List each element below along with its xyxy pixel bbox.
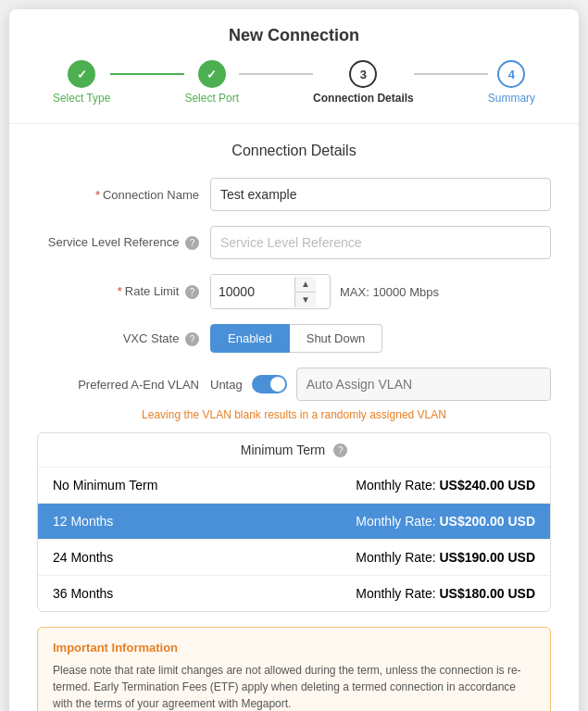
service-level-input[interactable]: [210, 226, 551, 259]
connection-name-row: *Connection Name: [37, 178, 551, 211]
minimum-term-section: Minimum Term ? No Minimum Term Monthly R…: [37, 432, 551, 612]
vlan-row: Preferred A-End VLAN Untag: [37, 368, 551, 401]
rate-cell: Monthly Rate: US$180.00 USD: [239, 576, 550, 612]
spinner-up-button[interactable]: ▲: [295, 277, 316, 293]
connection-name-label: *Connection Name: [37, 188, 199, 202]
info-text-1: Please note that rate limit changes are …: [53, 662, 535, 711]
vxc-state-label: VXC State ?: [37, 331, 199, 346]
table-row[interactable]: No Minimum Term Monthly Rate: US$240.00 …: [38, 468, 550, 504]
step-circle-4: 4: [497, 60, 525, 88]
spinner-buttons: ▲ ▼: [294, 277, 316, 307]
toggle-slider: [252, 375, 287, 393]
modal-body: Connection Details *Connection Name Serv…: [9, 124, 579, 711]
rate-limit-max: MAX: 10000 Mbps: [340, 285, 439, 299]
untag-label: Untag: [210, 378, 243, 392]
step-label-1: Select Type: [53, 92, 110, 105]
vlan-input-row: Untag: [210, 368, 551, 401]
new-connection-modal: New Connection ✓ Select Type ✓ Select Po…: [9, 9, 579, 711]
rate-cell: Monthly Rate: US$240.00 USD: [239, 468, 550, 504]
service-level-help-icon[interactable]: ?: [185, 236, 199, 250]
term-cell: 24 Months: [38, 540, 239, 576]
rate-cell: Monthly Rate: US$190.00 USD: [239, 540, 550, 576]
table-row[interactable]: 36 Months Monthly Rate: US$180.00 USD: [38, 576, 550, 612]
table-row[interactable]: 12 Months Monthly Rate: US$200.00 USD: [38, 504, 550, 540]
connection-name-input[interactable]: [210, 178, 551, 211]
untag-toggle[interactable]: [252, 375, 287, 393]
term-cell: 12 Months: [38, 504, 239, 540]
vlan-label: Preferred A-End VLAN: [37, 378, 199, 392]
step-circle-2: ✓: [198, 60, 226, 88]
step-circle-1: ✓: [68, 60, 95, 88]
step-label-4: Summary: [488, 92, 535, 105]
service-level-row: Service Level Reference ?: [37, 226, 551, 259]
rate-limit-input[interactable]: [211, 275, 294, 308]
step-connection-details: 3 Connection Details: [313, 60, 414, 105]
minimum-term-help-icon[interactable]: ?: [333, 443, 347, 457]
table-row[interactable]: 24 Months Monthly Rate: US$190.00 USD: [38, 540, 550, 576]
term-cell: No Minimum Term: [38, 468, 239, 504]
service-level-label: Service Level Reference ?: [37, 235, 199, 250]
rate-limit-spinner: ▲ ▼: [210, 274, 331, 309]
vxc-state-help-icon[interactable]: ?: [185, 332, 199, 346]
vxc-enabled-button[interactable]: Enabled: [210, 324, 290, 353]
stepper: ✓ Select Type ✓ Select Port 3 Connection…: [28, 60, 560, 114]
modal-title: New Connection: [28, 26, 560, 45]
rate-limit-label: *Rate Limit ?: [37, 284, 199, 299]
vxc-state-toggle-group: Enabled Shut Down: [210, 324, 382, 353]
rate-limit-row: *Rate Limit ? ▲ ▼ MAX: 10000 Mbps: [37, 274, 551, 309]
modal-header: New Connection ✓ Select Type ✓ Select Po…: [9, 9, 579, 124]
section-title: Connection Details: [37, 143, 551, 159]
step-select-port: ✓ Select Port: [184, 60, 239, 105]
info-box: Important Information Please note that r…: [37, 627, 551, 711]
step-line-2: [239, 73, 313, 75]
vxc-state-row: VXC State ? Enabled Shut Down: [37, 324, 551, 353]
minimum-term-title: Minimum Term ?: [38, 433, 550, 467]
step-select-type: ✓ Select Type: [53, 60, 110, 105]
info-title: Important Information: [53, 641, 535, 655]
rate-limit-help-icon[interactable]: ?: [185, 285, 199, 299]
step-line-1: [110, 73, 184, 75]
vxc-shutdown-button[interactable]: Shut Down: [290, 324, 383, 353]
spinner-down-button[interactable]: ▼: [295, 293, 316, 307]
required-marker: *: [95, 188, 100, 202]
step-line-3: [414, 73, 488, 75]
term-cell: 36 Months: [38, 576, 239, 612]
step-circle-3: 3: [349, 60, 377, 88]
required-marker-2: *: [118, 284, 122, 298]
rate-limit-wrapper: ▲ ▼ MAX: 10000 Mbps: [210, 274, 551, 309]
step-label-2: Select Port: [184, 92, 239, 105]
term-table: No Minimum Term Monthly Rate: US$240.00 …: [38, 467, 550, 611]
vlan-input[interactable]: [296, 368, 551, 401]
step-label-3: Connection Details: [313, 92, 414, 105]
rate-cell: Monthly Rate: US$200.00 USD: [239, 504, 550, 540]
vlan-hint: Leaving the VLAN blank results in a rand…: [37, 408, 551, 421]
step-summary: 4 Summary: [488, 60, 535, 105]
